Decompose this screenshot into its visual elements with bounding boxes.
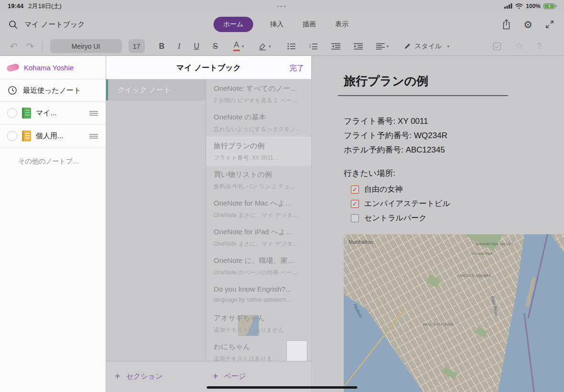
page-row[interactable]: アオサギちゃん 追加テキストはありません xyxy=(206,309,311,338)
notebook-breadcrumb[interactable]: マイ ノートブック xyxy=(24,20,85,29)
page-title: OneNote: すべてのノー… xyxy=(214,84,304,93)
chevron-down-icon: ▾ xyxy=(387,44,389,49)
numbered-list-icon[interactable]: 12 xyxy=(309,43,318,50)
pages-list: OneNote: すべてのノー… 2 分間の ビデオを見る 1. ペー… One… xyxy=(206,79,311,361)
tab-home[interactable]: ホーム xyxy=(214,17,253,32)
bold-button[interactable]: B xyxy=(159,42,165,51)
panel-lists: クイック ノート OneNote: すべてのノー… 2 分間の ビデオを見る 1… xyxy=(106,79,311,361)
page-row-selected[interactable]: 旅行プランの例 フライト番号: XY 0011… xyxy=(206,137,311,165)
page-row[interactable]: 買い物リストの例 食料品 牛乳 パン リンゴ チョ… xyxy=(206,165,311,194)
bulleted-list-icon[interactable] xyxy=(287,43,296,50)
checkbox-checked[interactable]: ✓ xyxy=(351,200,359,208)
font-name-select[interactable]: Meiryo UI xyxy=(50,39,122,53)
place-row-2[interactable]: ✓ セントラルパーク xyxy=(351,211,450,225)
page-row[interactable]: わにちゃん 追加テキストはありま… xyxy=(206,338,311,361)
italic-button[interactable]: I xyxy=(178,42,180,51)
tab-view[interactable]: 表示 xyxy=(333,17,350,32)
underline-button[interactable]: U xyxy=(194,42,199,51)
format-toolbar: ↶ ↷ Meiryo UI 17 B I U S A ▾ ▾ 12 ▾ スタイル… xyxy=(0,37,564,56)
page-subtitle: OneNote のページの特長 ペー… xyxy=(214,269,304,277)
styles-button[interactable]: スタイル ▾ xyxy=(404,42,449,51)
select-radio[interactable] xyxy=(7,108,17,118)
note-body-text[interactable]: フライト番号: XY 0011 フライト予約番号: WQ234R ホテル予約番号… xyxy=(344,114,447,157)
page-row[interactable]: OneNote for iPad へよ… OneNote まさに、マイ デジタ… xyxy=(206,223,311,251)
toolbar-divider xyxy=(42,41,43,52)
page-subtitle: language by native speakers… xyxy=(214,296,304,303)
decrease-indent-icon[interactable] xyxy=(331,43,340,50)
notebook-label: マイ... xyxy=(36,109,85,118)
notebook-row-my[interactable]: マイ... xyxy=(0,102,106,125)
strikethrough-button[interactable]: S xyxy=(213,42,218,51)
notebooks-sidebar: Kohama Yoshie 最近使ったノート マイ... 個人用... その他の… xyxy=(0,56,106,392)
flight-number-line: フライト番号: XY 0011 xyxy=(344,114,447,129)
tab-draw[interactable]: 描画 xyxy=(301,17,318,32)
highlighter-button[interactable]: ▾ xyxy=(258,42,271,51)
increase-indent-icon[interactable] xyxy=(354,43,363,50)
redo-icon[interactable]: ↷ xyxy=(26,41,34,52)
notebook-row-personal[interactable]: 個人用... xyxy=(0,125,106,148)
todo-checkbox-icon[interactable] xyxy=(493,42,501,51)
check-icon: ✓ xyxy=(352,186,358,193)
recent-notes-item[interactable]: 最近使ったノート xyxy=(0,79,106,102)
align-icon xyxy=(376,43,385,50)
page-row[interactable]: OneNote: すべてのノー… 2 分間の ビデオを見る 1. ペー… xyxy=(206,79,311,108)
nav-bar: マイ ノートブック ホーム 挿入 描画 表示 ⚙ xyxy=(0,12,564,37)
onenote-app-window: 19:44 2月18日(土) ••• 100% マイ ノートブック ホーム 挿入… xyxy=(0,0,564,392)
font-color-button[interactable]: A ▾ xyxy=(233,41,244,51)
place-row-0[interactable]: ✓ 自由の女神 xyxy=(351,182,450,196)
multitask-dots-icon[interactable]: ••• xyxy=(0,3,564,9)
page-title: OneNote の基本 xyxy=(214,113,304,122)
page-row[interactable]: Do you know Engrish?... language by nati… xyxy=(206,280,311,309)
home-indicator[interactable] xyxy=(207,386,358,389)
pen-icon xyxy=(404,43,411,50)
drag-handle-icon[interactable] xyxy=(89,134,98,139)
place-label: セントラルパーク xyxy=(364,213,427,223)
add-section-button[interactable]: + セクション xyxy=(115,371,163,381)
account-row[interactable]: Kohama Yoshie xyxy=(0,56,106,79)
help-icon[interactable]: ? xyxy=(537,42,541,51)
alignment-button[interactable]: ▾ xyxy=(376,43,389,50)
app-body: Kohama Yoshie 最近使ったノート マイ... 個人用... その他の… xyxy=(0,56,564,392)
done-button[interactable]: 完了 xyxy=(290,56,304,79)
share-icon[interactable] xyxy=(502,19,511,30)
settings-gear-icon[interactable]: ⚙ xyxy=(523,20,532,30)
fullscreen-icon[interactable] xyxy=(545,20,554,29)
chevron-down-icon: ▾ xyxy=(242,44,244,49)
map-label: LINCOLN SQUARE xyxy=(458,274,491,277)
recent-notes-label: 最近使ったノート xyxy=(23,86,81,95)
map-label: MANHATTAN VALLEY xyxy=(476,242,513,246)
page-thumbnail-blank xyxy=(286,340,307,361)
page-title: アオサギちゃん xyxy=(214,314,304,323)
status-bar: 19:44 2月18日(土) ••• 100% xyxy=(0,0,564,12)
page-title: Do you know Engrish?... xyxy=(214,285,304,293)
place-row-1[interactable]: ✓ エンパイアステートビル xyxy=(351,196,450,211)
panel-title: マイ ノートブック xyxy=(106,56,311,79)
map-label: Central Park xyxy=(471,251,492,256)
page-row[interactable]: OneNote の基本 忘れないようにする ▷タグをノ… xyxy=(206,108,311,137)
important-star-icon[interactable]: ☆ xyxy=(515,41,523,52)
place-label: 自由の女神 xyxy=(364,185,402,195)
page-row[interactable]: OneNote に、職場、家… OneNote のページの特長 ペー… xyxy=(206,251,311,280)
drag-handle-icon[interactable] xyxy=(89,111,98,116)
sections-list: クイック ノート xyxy=(106,79,206,361)
map-label: Manhattan xyxy=(348,239,373,245)
plus-icon: + xyxy=(115,371,120,381)
select-radio[interactable] xyxy=(7,131,17,141)
checkbox-checked[interactable]: ✓ xyxy=(351,185,359,194)
section-item-quick-notes[interactable]: クイック ノート xyxy=(106,79,206,100)
hotel-booking-line: ホテル予約番号: ABC12345 xyxy=(344,143,447,157)
more-notebooks-link[interactable]: その他のノートブ… xyxy=(0,148,106,166)
undo-icon[interactable]: ↶ xyxy=(10,41,18,52)
add-page-button[interactable]: + ページ xyxy=(213,371,246,381)
tab-insert[interactable]: 挿入 xyxy=(268,17,285,32)
search-icon[interactable] xyxy=(9,20,18,29)
page-title[interactable]: 旅行プランの例 xyxy=(338,73,508,96)
checkbox-unchecked[interactable]: ✓ xyxy=(351,214,359,222)
page-row[interactable]: OneNote for Mac へよ… OneNote まさに、マイ デジタ… xyxy=(206,194,311,223)
account-avatar-icon xyxy=(6,63,20,72)
font-size-select[interactable]: 17 xyxy=(129,39,145,53)
page-title: OneNote for Mac へよ… xyxy=(214,199,304,208)
ribbon-tabs: ホーム 挿入 描画 表示 xyxy=(214,17,351,32)
page-title: OneNote for iPad へよ… xyxy=(214,228,304,237)
check-icon: ✓ xyxy=(352,200,358,207)
